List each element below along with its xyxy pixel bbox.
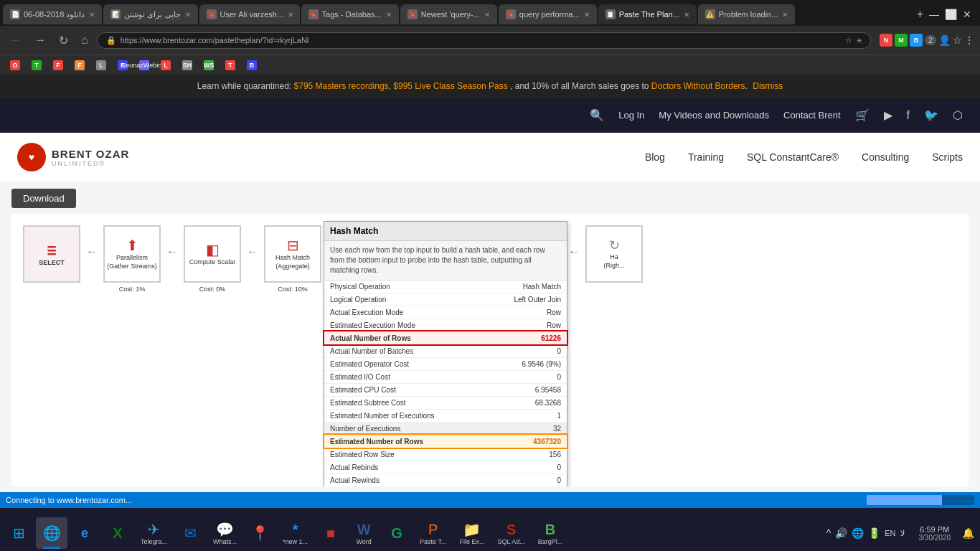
taskbar-word[interactable]: W Word [348, 517, 380, 549]
compute-scalar-node[interactable]: ◧ Compute Scalar Cost: 0% [184, 225, 241, 293]
row-estimated-cpu-label: Estimated CPU Cost [324, 383, 486, 396]
tab-1[interactable]: 📄 دانلود 2018-08-06 ✕ [3, 4, 102, 24]
bookmark-neunac[interactable]: NeunacWebinar [135, 59, 154, 72]
taskbar-telegram[interactable]: ✈ Telegra... [135, 517, 173, 549]
ext-icon-5[interactable]: ☆ [953, 34, 962, 46]
taskbar-fileex[interactable]: 📁 File Ex... [453, 517, 490, 549]
taskbar-new1[interactable]: * *new 1... [277, 517, 314, 549]
bookmark-4[interactable]: F [70, 59, 89, 72]
row-estimated-cpu: Estimated CPU Cost 6.95458 [324, 383, 567, 396]
site-wrapper: Learn while quarantined: $795 Masters re… [0, 75, 980, 492]
bookmark-7[interactable]: L [156, 59, 175, 72]
row-actual-exec-mode: Actual Execution Mode Row [324, 306, 567, 319]
taskbar-paste[interactable]: P Paste T... [414, 517, 452, 549]
bookmark-9[interactable]: WS [199, 59, 218, 72]
tab-6-close[interactable]: ✕ [584, 11, 590, 19]
select-node[interactable]: ≡ SELECT [23, 225, 80, 286]
bookmark-5[interactable]: L [92, 59, 110, 72]
row-physical-op: Physical Operation Hash Match [324, 281, 567, 293]
taskbar-green[interactable]: G [381, 517, 413, 549]
tray-expand-icon[interactable]: ^ [826, 527, 831, 539]
battery-icon[interactable]: 🔋 [868, 527, 880, 539]
nav-sql-constantcare[interactable]: SQL ConstantCare® [747, 149, 839, 166]
tab-8-close[interactable]: ✕ [782, 11, 788, 19]
nav-consulting[interactable]: Consulting [862, 149, 909, 166]
network-icon[interactable]: 🌐 [852, 527, 864, 539]
word-label: Word [356, 538, 371, 545]
nav-blog[interactable]: Blog [645, 149, 665, 166]
tab-1-close[interactable]: ✕ [89, 11, 95, 19]
browser-icon: 🌐 [43, 524, 61, 542]
ext-icon-3[interactable]: B [910, 34, 923, 47]
github-icon[interactable]: ⬡ [953, 108, 963, 122]
hash-match-agg-node[interactable]: ⊟ Hash Match(Aggregate) Cost: 10% [264, 225, 321, 293]
tab-7[interactable]: 📋 Paste The Plan... ✕ [598, 4, 697, 24]
tab-2-close[interactable]: ✕ [185, 11, 191, 19]
cart-icon[interactable]: 🛒 [855, 108, 870, 122]
taskbar-excel[interactable]: X [102, 517, 133, 549]
dismiss-button[interactable]: Dismiss [753, 81, 783, 91]
taskbar-edge[interactable]: e [69, 517, 100, 549]
youtube-icon[interactable]: ▶ [884, 108, 892, 122]
input-lang-indicator[interactable]: EN [885, 529, 895, 537]
taskbar-maps[interactable]: 📍 [244, 517, 275, 549]
site-logo[interactable]: BRENT OZAR UNLIMITED® [17, 143, 129, 171]
tab-5[interactable]: 🔖 Newest 'query-... ✕ [400, 4, 497, 24]
bookmark-8[interactable]: SH [178, 59, 197, 72]
address-bar[interactable]: 🔒 https://www.brentozar.com/pastetheplan… [97, 32, 871, 49]
tab-4-close[interactable]: ✕ [386, 11, 392, 19]
lang-indicator[interactable]: لا [900, 529, 905, 538]
ext-icon-6[interactable]: ⋮ [964, 34, 974, 46]
taskbar-whatsapp[interactable]: 💬 Whats... [207, 517, 242, 549]
forward-button[interactable]: → [30, 31, 50, 50]
my-videos-link[interactable]: My Videos and Downloads [659, 110, 769, 121]
back-button[interactable]: ← [6, 31, 26, 50]
announcement-link-1[interactable]: $795 Masters recordings [294, 81, 389, 91]
tab-2[interactable]: 📝 جایی برای نوشتن ✕ [103, 4, 197, 24]
bookmark-3[interactable]: F [49, 59, 67, 72]
tab-6[interactable]: 🔖 query performa... ✕ [499, 4, 597, 24]
download-button[interactable]: Download [11, 189, 76, 208]
tab-3[interactable]: 🔖 User Ali varzesh... ✕ [199, 4, 300, 24]
tab-7-close[interactable]: ✕ [684, 11, 689, 19]
announcement-link-3[interactable]: Doctors Without Borders [651, 81, 745, 91]
facebook-icon[interactable]: f [907, 109, 910, 122]
bookmark-2[interactable]: T [27, 59, 46, 72]
bookmark-10[interactable]: T [221, 59, 240, 72]
tab-3-close[interactable]: ✕ [288, 11, 293, 19]
nav-scripts[interactable]: Scripts [932, 149, 963, 166]
twitter-icon[interactable]: 🐦 [924, 108, 938, 122]
minimize-button[interactable]: — [929, 9, 939, 20]
taskbar-ssms[interactable]: ■ [315, 517, 347, 549]
close-button[interactable]: ✕ [963, 9, 971, 20]
taskbar-sqlag[interactable]: S SQL Ad... [491, 517, 530, 549]
reader-mode-icon[interactable]: ≡ [857, 36, 861, 45]
nav-training[interactable]: Training [688, 149, 724, 166]
ext-icon-2[interactable]: M [895, 34, 908, 47]
login-link[interactable]: Log In [618, 110, 644, 121]
search-icon[interactable]: 🔍 [590, 108, 604, 122]
home-button[interactable]: ⌂ [77, 31, 93, 50]
ext-icon-1[interactable]: N [880, 34, 892, 47]
ha-right-node[interactable]: ↻ Ha(Righ... [585, 225, 643, 286]
start-button[interactable]: ⊞ [3, 517, 34, 549]
notifications-button[interactable]: 🔔 [959, 527, 977, 539]
volume-icon[interactable]: 🔊 [835, 527, 847, 539]
announcement-link-2[interactable]: $995 Live Class Season Pass [393, 81, 507, 91]
parallelism-node[interactable]: ⬆ Parallelism(Gather Streams) Cost: 1% [103, 225, 161, 293]
bookmark-star-icon[interactable]: ☆ [845, 36, 852, 45]
tab-5-close[interactable]: ✕ [484, 11, 490, 19]
new-tab-button[interactable]: + [917, 8, 923, 21]
reload-button[interactable]: ↻ [55, 31, 72, 50]
taskbar-bargpl[interactable]: B BargPl... [532, 517, 569, 549]
taskbar-outlook[interactable]: ✉ [174, 517, 206, 549]
taskbar-browser[interactable]: 🌐 [36, 517, 67, 549]
bookmark-1[interactable]: O [6, 59, 24, 72]
taskbar-clock[interactable]: 6:59 PM 3/30/2020 [913, 525, 957, 542]
tab-4[interactable]: 🔖 Tags - Databas... ✕ [301, 4, 399, 24]
ext-icon-4[interactable]: 👤 [938, 34, 951, 46]
contact-link[interactable]: Contact Brent [783, 110, 841, 121]
tab-8[interactable]: ⚠️ Problem loadin... ✕ [698, 4, 796, 24]
maximize-button[interactable]: ⬜ [945, 9, 957, 20]
bookmark-11[interactable]: B [242, 59, 261, 72]
